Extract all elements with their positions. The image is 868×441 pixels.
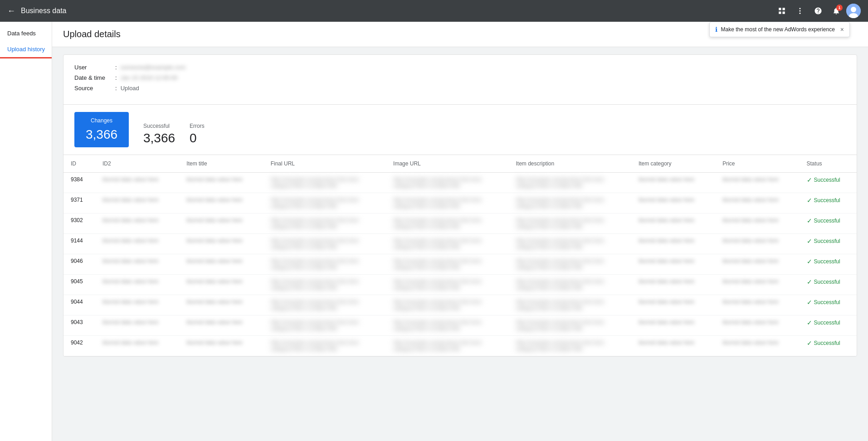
data-table: ID ID2 Item title Final URL Image URL It… xyxy=(63,155,857,356)
cell-id2: blurred data value here xyxy=(95,275,179,295)
cell-item-description: http://example.com/product-link-herecate… xyxy=(508,336,631,356)
check-icon: ✓ xyxy=(807,176,812,184)
successful-label: Successful xyxy=(143,123,175,129)
notifications-button[interactable]: 1 xyxy=(828,3,844,19)
svg-rect-2 xyxy=(779,12,781,14)
cell-image-url: http://example.com/product-link-herecate… xyxy=(386,336,508,356)
check-icon: ✓ xyxy=(807,258,812,265)
datetime-label: Date & time xyxy=(74,74,115,81)
cell-item-category: blurred data value here xyxy=(631,213,715,234)
check-icon: ✓ xyxy=(807,237,812,245)
cell-price: blurred data value here xyxy=(715,234,799,254)
details-card: User : someone@example.com Date & time :… xyxy=(63,54,857,357)
cell-final-url: http://example.com/product-link-herecate… xyxy=(263,234,386,254)
status-text: Successful xyxy=(814,340,840,346)
info-icon: ℹ xyxy=(715,26,717,33)
content-area: Upload details User : someone@example.co… xyxy=(52,22,868,441)
cell-price: blurred data value here xyxy=(715,295,799,315)
cell-status: ✓Successful xyxy=(800,193,857,213)
svg-rect-3 xyxy=(783,12,785,14)
cell-item-title: blurred data value here xyxy=(179,213,263,234)
cell-price: blurred data value here xyxy=(715,336,799,356)
cell-final-url: http://example.com/product-link-herecate… xyxy=(263,295,386,315)
errors-value: 0 xyxy=(190,131,205,145)
cell-final-url: http://example.com/product-link-herecate… xyxy=(263,336,386,356)
cell-price: blurred data value here xyxy=(715,173,799,193)
cell-id2: blurred data value here xyxy=(95,234,179,254)
cell-item-category: blurred data value here xyxy=(631,315,715,336)
check-icon: ✓ xyxy=(807,299,812,306)
user-avatar[interactable] xyxy=(846,4,861,18)
table-row: 9302blurred data value hereblurred data … xyxy=(63,213,857,234)
cell-status: ✓Successful xyxy=(800,213,857,234)
cell-final-url: http://example.com/product-link-herecate… xyxy=(263,213,386,234)
col-status: Status xyxy=(800,155,857,173)
table-row: 9043blurred data value hereblurred data … xyxy=(63,315,857,336)
cell-item-category: blurred data value here xyxy=(631,234,715,254)
nav-right: 1 xyxy=(774,3,861,19)
cell-item-description: http://example.com/product-link-herecate… xyxy=(508,315,631,336)
cell-item-description: http://example.com/product-link-herecate… xyxy=(508,173,631,193)
cell-id2: blurred data value here xyxy=(95,254,179,275)
cell-id2: blurred data value here xyxy=(95,336,179,356)
svg-rect-0 xyxy=(779,8,781,10)
table-row: 9371blurred data value hereblurred data … xyxy=(63,193,857,213)
cell-id: 9042 xyxy=(63,336,95,356)
banner-text: Make the most of the new AdWords experie… xyxy=(721,26,835,33)
cell-price: blurred data value here xyxy=(715,254,799,275)
table-body: 9384blurred data value hereblurred data … xyxy=(63,173,857,356)
table-row: 9046blurred data value hereblurred data … xyxy=(63,254,857,275)
cell-status: ✓Successful xyxy=(800,275,857,295)
more-options-button[interactable] xyxy=(792,3,808,19)
col-item-description: Item description xyxy=(508,155,631,173)
check-icon: ✓ xyxy=(807,319,812,326)
cell-id: 9144 xyxy=(63,234,95,254)
help-button[interactable] xyxy=(810,3,826,19)
cell-id: 9371 xyxy=(63,193,95,213)
status-text: Successful xyxy=(814,197,840,204)
main-layout: Data feeds Upload history Upload details… xyxy=(0,22,868,441)
user-value: someone@example.com xyxy=(121,64,186,71)
svg-point-4 xyxy=(800,8,801,9)
sidebar-item-data-feeds[interactable]: Data feeds xyxy=(0,25,52,41)
sidebar-item-upload-history[interactable]: Upload history xyxy=(0,41,52,58)
cell-item-title: blurred data value here xyxy=(179,234,263,254)
cell-item-title: blurred data value here xyxy=(179,193,263,213)
cell-price: blurred data value here xyxy=(715,275,799,295)
stat-successful: Successful 3,366 xyxy=(143,112,175,147)
status-text: Successful xyxy=(814,320,840,326)
cell-status: ✓Successful xyxy=(800,315,857,336)
cell-item-description: http://example.com/product-link-herecate… xyxy=(508,193,631,213)
cell-item-category: blurred data value here xyxy=(631,193,715,213)
col-price: Price xyxy=(715,155,799,173)
datetime-row: Date & time : Jan 15 2019 12:05:00 xyxy=(74,74,846,81)
cell-final-url: http://example.com/product-link-herecate… xyxy=(263,173,386,193)
check-icon: ✓ xyxy=(807,197,812,204)
cell-image-url: http://example.com/product-link-herecate… xyxy=(386,213,508,234)
table-row: 9384blurred data value hereblurred data … xyxy=(63,173,857,193)
cell-item-category: blurred data value here xyxy=(631,275,715,295)
col-final-url: Final URL xyxy=(263,155,386,173)
back-button[interactable]: ← xyxy=(7,6,15,16)
cell-item-description: http://example.com/product-link-herecate… xyxy=(508,213,631,234)
col-item-category: Item category xyxy=(631,155,715,173)
stats-section: Changes 3,366 Successful 3,366 Errors 0 xyxy=(63,105,857,155)
cell-item-title: blurred data value here xyxy=(179,336,263,356)
cell-image-url: http://example.com/product-link-herecate… xyxy=(386,275,508,295)
cell-final-url: http://example.com/product-link-herecate… xyxy=(263,193,386,213)
table-header: ID ID2 Item title Final URL Image URL It… xyxy=(63,155,857,173)
app-title: Business data xyxy=(21,7,67,15)
svg-point-5 xyxy=(800,10,801,12)
svg-rect-1 xyxy=(783,8,785,10)
successful-value: 3,366 xyxy=(143,131,175,145)
banner-close-button[interactable]: × xyxy=(840,26,844,33)
stat-errors: Errors 0 xyxy=(190,112,205,147)
col-id: ID xyxy=(63,155,95,173)
errors-label: Errors xyxy=(190,123,205,129)
cell-id: 9302 xyxy=(63,213,95,234)
cell-id: 9046 xyxy=(63,254,95,275)
cell-item-category: blurred data value here xyxy=(631,295,715,315)
cell-item-category: blurred data value here xyxy=(631,173,715,193)
cell-item-category: blurred data value here xyxy=(631,254,715,275)
grid-icon-button[interactable] xyxy=(774,3,790,19)
